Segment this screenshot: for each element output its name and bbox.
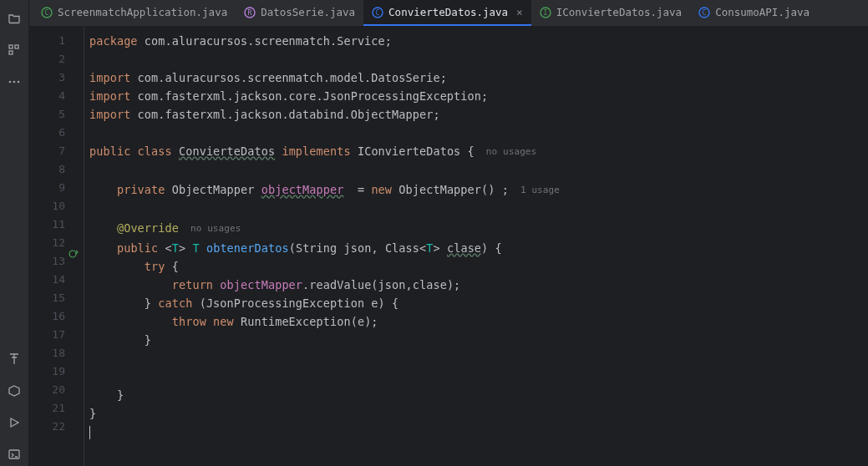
svg-text:C: C xyxy=(376,9,380,17)
close-icon[interactable]: × xyxy=(516,6,523,18)
svg-rect-8 xyxy=(9,450,19,458)
class-icon: C xyxy=(698,7,710,18)
tab-datosserie[interactable]: R DatosSerie.java xyxy=(236,0,363,26)
tab-iconviertedatos[interactable]: I IConvierteDatos.java xyxy=(531,0,691,26)
gutter-marks xyxy=(69,32,84,461)
tab-label: ScreenmatchApplication.java xyxy=(58,6,227,18)
svg-text:C: C xyxy=(703,9,707,17)
usages-hint[interactable]: no usages xyxy=(187,223,245,234)
svg-point-4 xyxy=(13,81,16,84)
implements-marker-icon[interactable] xyxy=(69,247,79,266)
svg-rect-1 xyxy=(15,45,18,48)
tab-screenmatch[interactable]: C ScreenmatchApplication.java xyxy=(33,0,236,26)
project-icon[interactable] xyxy=(3,7,26,30)
svg-text:C: C xyxy=(45,9,49,17)
tab-conviertedatos[interactable]: C ConvierteDatos.java × xyxy=(363,0,531,26)
gutter: 12345678910111213141516171819202122 xyxy=(29,27,84,466)
left-toolstrip xyxy=(0,0,29,466)
class-icon: C xyxy=(41,7,53,18)
code-text[interactable]: package com.aluracursos.screenmatch.Serv… xyxy=(84,27,868,466)
svg-point-19 xyxy=(69,251,76,257)
bookmarks-icon[interactable] xyxy=(3,347,26,371)
svg-rect-0 xyxy=(9,45,13,48)
interface-icon: I xyxy=(540,7,551,18)
tab-label: ConvierteDatos.java xyxy=(388,6,508,18)
run-icon[interactable] xyxy=(3,411,26,434)
usages-hint[interactable]: 1 usage xyxy=(517,185,563,195)
caret xyxy=(89,426,90,439)
services-icon[interactable] xyxy=(3,379,26,403)
svg-marker-7 xyxy=(11,418,18,427)
svg-text:I: I xyxy=(543,9,547,17)
tab-label: DatosSerie.java xyxy=(261,6,355,18)
svg-point-5 xyxy=(18,81,20,84)
class-icon: C xyxy=(372,7,383,18)
tab-label: ConsumoAPI.java xyxy=(715,6,810,18)
more-icon[interactable] xyxy=(3,70,26,94)
main-area: C ScreenmatchApplication.java R DatosSer… xyxy=(29,0,868,466)
usages-hint[interactable]: no usages xyxy=(483,146,541,157)
svg-point-3 xyxy=(9,81,12,84)
line-numbers: 12345678910111213141516171819202122 xyxy=(29,32,69,461)
class-icon: R xyxy=(244,7,256,18)
editor: 12345678910111213141516171819202122 pack… xyxy=(29,27,868,466)
svg-rect-2 xyxy=(9,51,13,54)
svg-marker-6 xyxy=(9,386,19,396)
tab-label: IConvierteDatos.java xyxy=(556,6,683,18)
editor-tabs: C ScreenmatchApplication.java R DatosSer… xyxy=(29,0,868,27)
structure-icon[interactable] xyxy=(3,38,26,62)
svg-text:R: R xyxy=(248,9,252,17)
terminal-icon[interactable] xyxy=(3,443,26,466)
tab-consumoapi[interactable]: C ConsumoAPI.java xyxy=(690,0,818,26)
